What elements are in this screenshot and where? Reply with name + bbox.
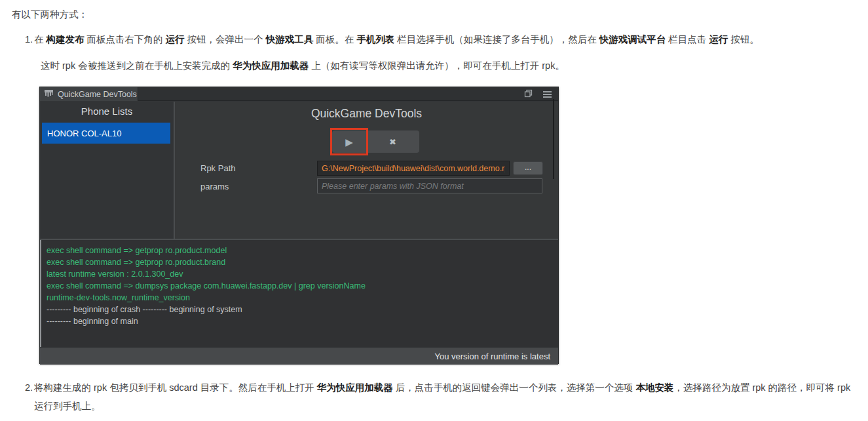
console-line: --------- beginning of crash --------- b… [47,304,558,315]
text-segment: 面板点击右下角的 [85,34,166,45]
console-line: --------- beginning of main [47,315,558,327]
window-body: Phone Lists HONOR COL-AL10 QuickGame Dev… [40,102,558,239]
phone-lists-title: Phone Lists [40,106,174,117]
vertical-scrollbar[interactable] [553,99,554,179]
text-segment: 栏目选择手机（如果连接了多台手机），然后在 [394,34,599,45]
text-segment: 构建发布 [47,34,85,45]
console-line: latest runtime version : 2.0.1.300_dev [47,268,558,280]
text-segment: 在 [34,34,47,45]
play-icon: ▶ [345,137,353,147]
instruction-paragraph: 这时 rpk 会被推送到之前在手机上安装完成的 华为快应用加载器 上（如有读写等… [41,56,856,75]
run-button[interactable]: ▶ [332,130,366,153]
text-segment: 上（如有读写等权限弹出请允许），即可在手机上打开 rpk。 [309,60,565,71]
text-segment: 手机列表 [356,34,394,45]
run-stop-button-group: ▶ ✖ [332,130,419,153]
text-segment: 后，点击手机的返回键会弹出一个列表，选择第一个选项 [393,382,636,393]
text-segment: 快游戏工具 [266,34,314,45]
window-header: QuickGame DevTools [40,87,558,101]
browse-button[interactable]: ... [513,161,543,175]
console-line: exec shell command => dumpsys package co… [47,280,558,292]
menu-icon[interactable] [543,90,552,99]
phone-list-item[interactable]: HONOR COL-AL10 [42,123,170,144]
tool-window-icon [44,89,54,99]
text-segment: 这时 rpk 会被推送到之前在手机上安装完成的 [41,60,233,71]
text-segment: 运行 [709,34,728,45]
text-segment: 面板。在 [313,34,356,45]
console-output[interactable]: exec shell command => getprop ro.product… [40,240,558,347]
phone-lists-panel: Phone Lists HONOR COL-AL10 [40,102,174,239]
window-tab[interactable]: QuickGame DevTools [40,87,138,101]
rpk-path-label: Rpk Path [200,163,235,173]
text-segment: 快游戏调试平台 [599,34,666,45]
instruction-paragraph: 在 构建发布 面板点击右下角的 运行 按钮，会弹出一个 快游戏工具 面板。在 手… [34,30,856,49]
console-line: exec shell command => getprop ro.product… [47,256,558,268]
console-line: runtime-dev-tools.now_runtime_version [47,292,558,304]
devtools-panel: QuickGame DevTools ▶ ✖ Rpk Path [175,102,558,239]
intro-text: 有以下两种方式： [12,5,856,24]
status-bar: You version of runtime is latest [40,347,558,365]
quickgame-devtools-window: QuickGame DevTools Pho [39,87,559,364]
text-segment: 运行 [166,34,185,45]
text-segment: 按钮，会弹出一个 [185,34,266,45]
text-segment: 按钮。 [728,34,759,45]
text-segment: 栏目点击 [666,34,709,45]
list-item: 1. 在 构建发布 面板点击右下角的 运行 按钮，会弹出一个 快游戏工具 面板。… [12,30,856,364]
close-icon: ✖ [389,138,396,146]
params-input[interactable] [317,178,542,193]
text-segment: 华为快应用加载器 [317,382,393,393]
float-window-icon[interactable] [524,89,533,100]
window-title: QuickGame DevTools [58,90,137,99]
text-segment: 华为快应用加载器 [233,60,309,71]
rpk-path-input[interactable] [317,161,510,176]
list-marker: 2. [25,378,33,397]
status-message: You version of runtime is latest [434,351,550,361]
text-segment: 本地安装 [635,382,673,393]
documentation-page: 有以下两种方式： 1. 在 构建发布 面板点击右下角的 运行 按钮，会弹出一个 … [0,0,856,415]
stop-button[interactable]: ✖ [366,130,419,153]
text-segment: 将构建生成的 rpk 包拷贝到手机 sdcard 目录下。然后在手机上打开 [34,382,317,393]
devtools-panel-title: QuickGame DevTools [175,107,558,121]
console-line: exec shell command => getprop ro.product… [47,245,558,256]
list-item: 2. 将构建生成的 rpk 包拷贝到手机 sdcard 目录下。然后在手机上打开… [12,378,856,415]
params-label: params [200,182,229,191]
instruction-paragraph: 将构建生成的 rpk 包拷贝到手机 sdcard 目录下。然后在手机上打开 华为… [34,378,856,415]
list-marker: 1. [25,30,33,49]
instruction-list: 1. 在 构建发布 面板点击右下角的 运行 按钮，会弹出一个 快游戏工具 面板。… [12,30,856,415]
